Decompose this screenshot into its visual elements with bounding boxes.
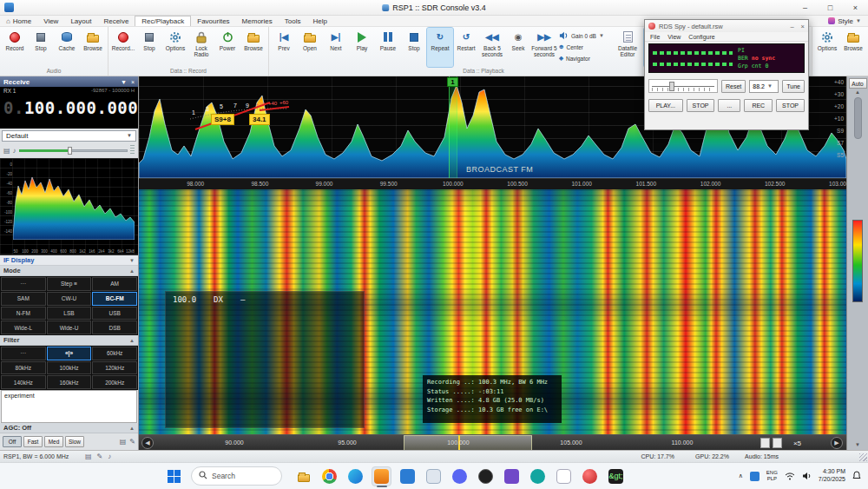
chrome-icon[interactable]	[319, 466, 339, 486]
agc-fast-button[interactable]: Fast	[23, 436, 43, 447]
profile-select[interactable]: Default ▼	[2, 130, 136, 142]
rx-marker-badge[interactable]: 1	[447, 77, 458, 87]
agc-slow-button[interactable]: Slow	[65, 436, 84, 447]
frequency-readout[interactable]: 0.100.000.000	[3, 98, 135, 117]
rds-play-button[interactable]: PLAY...	[648, 99, 683, 112]
data-browse-button[interactable]: Browse	[240, 28, 266, 67]
filter-more-button[interactable]: ···	[1, 347, 46, 360]
terminal-icon[interactable]: &gt;	[606, 466, 626, 486]
tab-rec-playback[interactable]: Rec/Playback	[135, 16, 191, 26]
nav-right-button[interactable]: ▶	[831, 437, 843, 449]
wifi-icon[interactable]	[785, 472, 795, 481]
data-record-button[interactable]: Record...	[110, 28, 136, 67]
tab-layout[interactable]: Layout	[64, 16, 97, 26]
filter-variable-button[interactable]: «|»	[47, 347, 92, 360]
tab-view[interactable]: View	[37, 16, 64, 26]
violet-app-icon[interactable]	[502, 466, 522, 486]
mail-app-icon[interactable]	[424, 466, 444, 486]
style-selector[interactable]: Style ▼	[828, 16, 868, 26]
maximize-button[interactable]: □	[818, 0, 843, 15]
tab-home[interactable]: ⌂ Home	[0, 16, 37, 26]
waterfall-color-legend[interactable]	[852, 220, 863, 302]
tab-favourites[interactable]: Favourites	[191, 16, 235, 26]
zoom-factor-label[interactable]: ×5	[793, 439, 801, 447]
mode-bcfm-button[interactable]: BC-FM	[92, 292, 137, 306]
edit-icon[interactable]: ✎	[129, 438, 135, 446]
lock-radio-button[interactable]: Lock Radio	[188, 28, 214, 67]
volume-slider[interactable]	[19, 147, 128, 155]
file-explorer-icon[interactable]	[293, 466, 313, 486]
mode-section-header[interactable]: Mode ▲	[0, 266, 138, 276]
list-icon[interactable]: ▤	[120, 438, 127, 446]
data-stop-button[interactable]: Stop	[136, 28, 162, 67]
blue-window-app-icon[interactable]	[398, 466, 418, 486]
waterfall-display[interactable]: 100.0 DX — Recording ..: 100.3 MHz, BW 6…	[139, 189, 846, 434]
rds-close-button[interactable]: ×	[801, 23, 805, 30]
pause-button[interactable]: Pause	[375, 28, 401, 67]
notification-bell-icon[interactable]	[852, 471, 861, 481]
panel-close-icon[interactable]: ×	[131, 79, 135, 85]
panel-collapse-icon[interactable]: ▼	[121, 79, 127, 85]
tab-receive[interactable]: Receive	[97, 16, 135, 26]
list-icon[interactable]: ▤	[85, 453, 92, 460]
edit-icon[interactable]: ✎	[97, 453, 103, 460]
play-button[interactable]: Play	[349, 28, 375, 67]
filter-200khz-button[interactable]: 200kHz	[92, 375, 137, 389]
forward-5-seconds-button[interactable]: ▶▶Forward 5 seconds	[531, 28, 557, 67]
volume-slider-handle[interactable]	[68, 147, 72, 155]
tray-expand-icon[interactable]: ∧	[739, 472, 743, 479]
rds-rec-stop-button[interactable]: STOP	[776, 99, 805, 112]
minimize-button[interactable]: –	[792, 0, 818, 15]
playback-stop-button[interactable]: Stop	[401, 28, 427, 67]
scroll-down-icon[interactable]: ▼	[847, 442, 868, 447]
teal-circle-app-icon[interactable]	[528, 466, 548, 486]
close-button[interactable]: ×	[843, 0, 868, 15]
mode-widel-button[interactable]: Wide-L	[1, 320, 46, 334]
mode-sam-button[interactable]: SAM	[1, 292, 46, 306]
taskbar-search[interactable]: Search	[191, 466, 282, 486]
audio-icon[interactable]: ♪	[108, 453, 111, 460]
repeat-button[interactable]: ↻Repeat	[427, 28, 453, 67]
mode-dsb-button[interactable]: DSB	[92, 320, 137, 334]
rds-menu-file[interactable]: File	[650, 34, 660, 40]
filter-120khz-button[interactable]: 120kHz	[92, 361, 137, 375]
auto-range-button[interactable]: Auto	[849, 78, 867, 89]
next-button[interactable]: ▶|Next	[323, 28, 349, 67]
audio-spectrum-display[interactable]: 0 -20 -40 -60 -80 -100 -120 -140 50 100 …	[0, 158, 138, 255]
slider-grip[interactable]	[130, 145, 135, 155]
audio-stop-button[interactable]: Stop	[28, 28, 54, 67]
rds-menu-view[interactable]: View	[667, 34, 681, 40]
rds-minimize-button[interactable]: –	[790, 23, 793, 30]
tab-memories[interactable]: Memories	[236, 16, 279, 26]
band-navigation-bar[interactable]: 90.000 95.000 100.000 105.000 110.000 ◀ …	[139, 434, 846, 450]
resize-grip[interactable]	[859, 453, 867, 461]
obs-icon[interactable]	[476, 466, 496, 486]
agc-med-button[interactable]: Med	[44, 436, 63, 447]
experiment-list-item[interactable]: experiment	[1, 390, 137, 423]
rds-frequency-select[interactable]: 88.2 ▼	[749, 80, 779, 93]
agc-section-header[interactable]: AGC: Off ▲	[0, 423, 138, 433]
power-button[interactable]: Power	[214, 28, 240, 67]
audio-cache-button[interactable]: Cache	[54, 28, 80, 67]
start-button[interactable]	[168, 470, 181, 483]
navigator-button[interactable]: ◈ Navigator	[557, 53, 611, 63]
restart-button[interactable]: ↺Restart	[453, 28, 479, 67]
scroll-up-icon[interactable]: ▲	[847, 89, 868, 95]
rds-menu-configure[interactable]: Configure	[688, 34, 714, 40]
tab-help[interactable]: Help	[306, 16, 332, 26]
gain-dropdown[interactable]: Gain 0 dB ▼	[557, 30, 611, 41]
mode-cwu-button[interactable]: CW-U	[47, 292, 92, 306]
tab-tools[interactable]: Tools	[279, 16, 307, 26]
back-5-seconds-button[interactable]: ◀◀Back 5 seconds	[479, 28, 505, 67]
agc-off-button[interactable]: Off	[3, 436, 22, 447]
rds-stop-button[interactable]: STOP	[687, 99, 715, 112]
rds-rec-button[interactable]: REC	[744, 99, 773, 112]
center-button[interactable]: ⊕ Center	[557, 42, 611, 52]
mode-usb-button[interactable]: USB	[92, 307, 137, 320]
mode-am-button[interactable]: AM	[92, 277, 137, 291]
rds-browse-button[interactable]: ...	[718, 99, 740, 112]
blue-circle-app-icon[interactable]	[450, 466, 470, 486]
mode-step-button[interactable]: Step≡	[47, 277, 92, 291]
filter-140khz-button[interactable]: 140kHz	[1, 375, 46, 389]
filter-160khz-button[interactable]: 160kHz	[47, 375, 92, 389]
